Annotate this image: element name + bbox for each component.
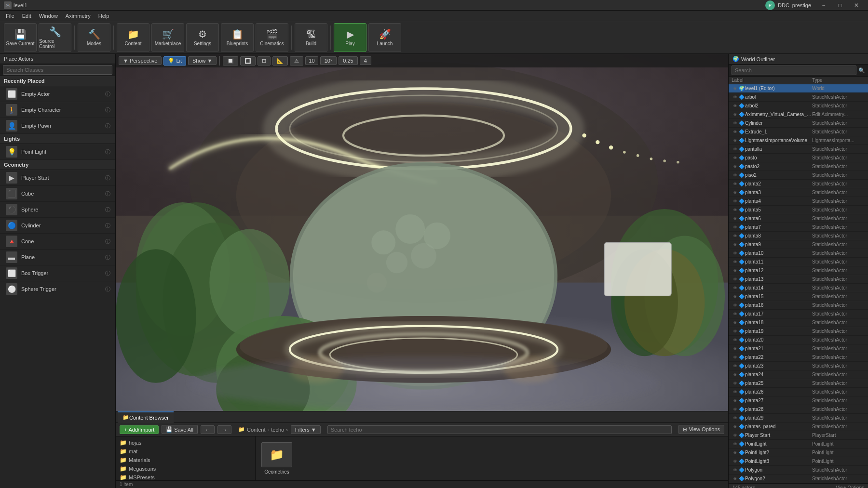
outliner-row[interactable]: 👁 🔷 planta26 StaticMeshActor bbox=[729, 388, 868, 396]
actor-item-point-light[interactable]: 💡 Point Light ⓘ bbox=[0, 144, 115, 160]
outliner-row[interactable]: 👁 🔷 planta18 StaticMeshActor bbox=[729, 318, 868, 327]
visibility-icon[interactable]: 👁 bbox=[732, 285, 738, 291]
visibility-icon[interactable]: 👁 bbox=[732, 458, 738, 465]
visibility-icon[interactable]: 👁 bbox=[732, 137, 738, 144]
outliner-row[interactable]: 👁 🔷 PointLight PointLight bbox=[729, 440, 868, 448]
outliner-row[interactable]: 👁 🔷 arbol StaticMeshActor bbox=[729, 93, 868, 102]
content-button[interactable]: 📁 Content bbox=[117, 23, 149, 52]
visibility-icon[interactable]: 👁 bbox=[732, 423, 738, 430]
category-recently-placed[interactable]: Recently Placed bbox=[0, 76, 115, 86]
menu-file[interactable]: File bbox=[2, 11, 18, 21]
outliner-row[interactable]: 👁 🔷 pasto StaticMeshActor bbox=[729, 154, 868, 162]
folder-megascans[interactable]: 📁 Megascans bbox=[118, 464, 253, 473]
actor-item-box-trigger[interactable]: ⬜ Box Trigger ⓘ bbox=[0, 265, 115, 281]
visibility-icon[interactable]: 👁 bbox=[732, 406, 738, 413]
outliner-search-input[interactable] bbox=[732, 66, 856, 75]
visibility-icon[interactable]: 👁 bbox=[732, 319, 738, 326]
visibility-icon[interactable]: 👁 bbox=[732, 241, 738, 248]
visibility-icon[interactable]: 👁 bbox=[732, 354, 738, 361]
vp-tool-5[interactable]: ⚠ bbox=[290, 56, 303, 66]
visibility-icon[interactable]: 👁 bbox=[732, 120, 738, 127]
outliner-row[interactable]: 👁 🔷 planta15 StaticMeshActor bbox=[729, 292, 868, 301]
actor-item-empty-pawn[interactable]: 👤 Empty Pawn ⓘ bbox=[0, 118, 115, 134]
actor-item-cone[interactable]: 🔺 Cone ⓘ bbox=[0, 234, 115, 250]
visibility-icon[interactable]: 👁 bbox=[732, 155, 738, 161]
visibility-icon[interactable]: 👁 bbox=[732, 432, 738, 439]
outliner-row[interactable]: 👁 🔷 planta4 StaticMeshActor bbox=[729, 197, 868, 206]
launch-button[interactable]: 🚀 Launch bbox=[368, 23, 401, 52]
visibility-icon[interactable]: 👁 bbox=[732, 267, 738, 274]
actor-item-sphere[interactable]: ⚫ Sphere ⓘ bbox=[0, 202, 115, 218]
outliner-row[interactable]: 👁 🔷 planta19 StaticMeshActor bbox=[729, 327, 868, 336]
nav-forward-button[interactable]: → bbox=[217, 425, 231, 434]
outliner-row[interactable]: 👁 🔷 planta3 StaticMeshActor bbox=[729, 188, 868, 197]
folder-materials[interactable]: 📁 Materials bbox=[118, 456, 253, 464]
outliner-row[interactable]: 👁 🔷 planta23 StaticMeshActor bbox=[729, 362, 868, 370]
outliner-row[interactable]: 👁 🔷 Polygon2 StaticMeshActor bbox=[729, 475, 868, 483]
vp-tool-2[interactable]: 🔳 bbox=[240, 56, 256, 66]
cube-add-button[interactable]: ⓘ bbox=[104, 190, 111, 198]
marketplace-button[interactable]: 🛒 Marketplace bbox=[151, 23, 184, 52]
outliner-row[interactable]: 👁 🔷 planta27 StaticMeshActor bbox=[729, 396, 868, 405]
menu-edit[interactable]: Edit bbox=[18, 11, 35, 21]
actor-item-player-start[interactable]: ▶ Player Start ⓘ bbox=[0, 170, 115, 186]
sphere-add-button[interactable]: ⓘ bbox=[104, 206, 111, 213]
visibility-icon[interactable]: 👁 bbox=[732, 328, 738, 335]
plane-add-button[interactable]: ⓘ bbox=[104, 253, 111, 261]
folder-mspresets[interactable]: 📁 MSPresets bbox=[118, 473, 253, 480]
category-lights[interactable]: Lights bbox=[0, 134, 115, 144]
folder-mat[interactable]: 📁 mat bbox=[118, 447, 253, 456]
outliner-row[interactable]: 👁 🔷 planta14 StaticMeshActor bbox=[729, 284, 868, 292]
menu-help[interactable]: Help bbox=[95, 11, 113, 21]
visibility-icon[interactable]: 👁 bbox=[732, 293, 738, 300]
close-button[interactable]: ✕ bbox=[849, 0, 864, 11]
cone-add-button[interactable]: ⓘ bbox=[104, 237, 111, 245]
outliner-row[interactable]: 👁 🔷 planta8 StaticMeshActor bbox=[729, 232, 868, 240]
add-import-button[interactable]: + Add/Import bbox=[120, 425, 159, 434]
actor-item-sphere-trigger[interactable]: ⚪ Sphere Trigger ⓘ bbox=[0, 281, 115, 297]
outliner-row[interactable]: 👁 🔷 LightmassImportanceVolume LightmassI… bbox=[729, 136, 868, 145]
settings-button[interactable]: ⚙ Settings bbox=[186, 23, 219, 52]
outliner-row[interactable]: 👁 🔷 Polygon StaticMeshActor bbox=[729, 466, 868, 475]
visibility-icon[interactable]: 👁 bbox=[732, 111, 738, 118]
outliner-row[interactable]: 👁 🔷 planta24 StaticMeshActor bbox=[729, 370, 868, 379]
outliner-row[interactable]: 👁 🔷 planta2 StaticMeshActor bbox=[729, 180, 868, 188]
visibility-icon[interactable]: 👁 bbox=[732, 233, 738, 239]
maximize-button[interactable]: □ bbox=[832, 0, 848, 11]
source-control-button[interactable]: 🔧 Source Control bbox=[39, 23, 71, 52]
content-search-input[interactable] bbox=[327, 425, 672, 434]
box-trigger-add-button[interactable]: ⓘ bbox=[104, 269, 111, 277]
outliner-row[interactable]: 👁 🔷 planta22 StaticMeshActor bbox=[729, 353, 868, 362]
breadcrumb-techo[interactable]: techo bbox=[271, 427, 284, 433]
visibility-icon[interactable]: 👁 bbox=[732, 276, 738, 283]
outliner-row[interactable]: 👁 🔷 Extrude_1 StaticMeshActor bbox=[729, 128, 868, 136]
outliner-row[interactable]: 👁 🔷 planta17 StaticMeshActor bbox=[729, 310, 868, 318]
outliner-row[interactable]: 👁 🔷 planta10 StaticMeshActor bbox=[729, 249, 868, 258]
modes-button[interactable]: 🔨 Modes bbox=[78, 23, 110, 52]
cinematics-button[interactable]: 🎬 Cinematics bbox=[256, 23, 288, 52]
visibility-icon[interactable]: 👁 bbox=[732, 441, 738, 448]
visibility-icon[interactable]: 👁 bbox=[732, 449, 738, 456]
outliner-row[interactable]: 👁 🔷 pantalla StaticMeshActor bbox=[729, 145, 868, 154]
outliner-row[interactable]: 👁 🔷 planta13 StaticMeshActor bbox=[729, 275, 868, 284]
category-geometry[interactable]: Geometry bbox=[0, 160, 115, 170]
outliner-row[interactable]: 👁 🔷 planta20 StaticMeshActor bbox=[729, 336, 868, 344]
breadcrumb-content[interactable]: Content bbox=[247, 427, 266, 433]
visibility-icon[interactable]: 👁 bbox=[732, 189, 738, 196]
actor-item-cylinder[interactable]: 🔵 Cylinder ⓘ bbox=[0, 218, 115, 234]
outliner-row[interactable]: 👁 🔷 planta6 StaticMeshActor bbox=[729, 214, 868, 223]
visibility-icon[interactable]: 👁 bbox=[732, 311, 738, 317]
visibility-icon[interactable]: 👁 bbox=[732, 415, 738, 422]
outliner-row[interactable]: 👁 🔷 PointLight2 PointLight bbox=[729, 448, 868, 457]
view-options-button[interactable]: ⊞ View Options bbox=[678, 425, 724, 434]
viewport-lit-btn[interactable]: 💡 Lit bbox=[163, 56, 186, 66]
outliner-row[interactable]: 👁 🔷 planta28 StaticMeshActor bbox=[729, 405, 868, 414]
sphere-trigger-add-button[interactable]: ⓘ bbox=[104, 285, 111, 293]
outliner-row[interactable]: 👁 🔷 planta5 StaticMeshActor bbox=[729, 206, 868, 214]
menu-aximmetry[interactable]: Aximmetry bbox=[62, 11, 95, 21]
save-current-button[interactable]: 💾 Save Current bbox=[4, 23, 37, 52]
visibility-icon[interactable]: 👁 bbox=[732, 475, 738, 482]
viewport-perspective-btn[interactable]: ▼ Perspective bbox=[119, 56, 162, 65]
visibility-icon[interactable]: 👁 bbox=[732, 337, 738, 343]
outliner-row[interactable]: 👁 🔷 planta9 StaticMeshActor bbox=[729, 240, 868, 249]
